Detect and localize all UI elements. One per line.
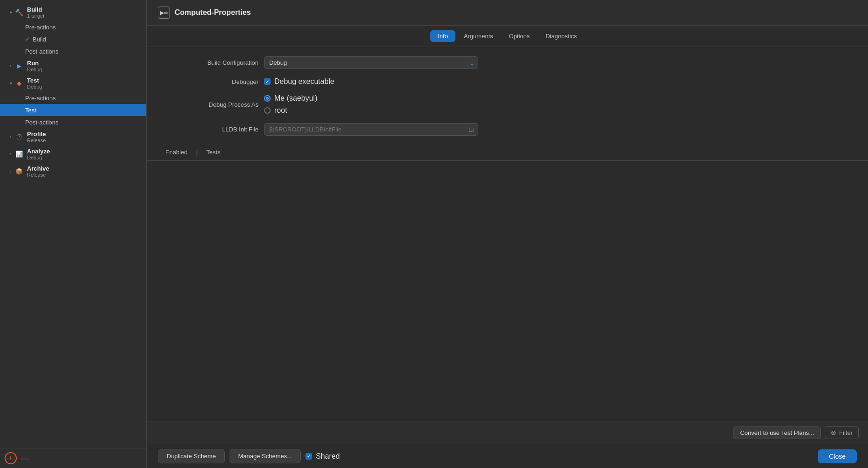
build-chevron-icon: ▾	[7, 10, 14, 15]
build-hammer-icon: 🔨	[14, 7, 24, 18]
build-config-select-wrapper: Debug Release ⌄	[264, 56, 478, 69]
lldb-input[interactable]	[264, 123, 478, 136]
sidebar-item-test[interactable]: ▾ ◆ Test Debug	[0, 75, 146, 92]
main-content: ▶═ Computed-Properties Info Arguments Op…	[147, 0, 868, 468]
radio-root[interactable]	[264, 107, 271, 114]
build-pre-label: Pre-actions	[25, 24, 56, 31]
sidebar-item-archive[interactable]: › 📦 Archive Release	[0, 163, 146, 180]
debugger-row: Debugger Debug executable	[165, 77, 849, 86]
inner-tabs: Enabled | Tests	[147, 145, 868, 161]
test-subtitle: Debug	[27, 84, 42, 89]
app-container: ▾ 🔨 Build 1 target Pre-actions ✓ Build P…	[0, 0, 868, 468]
build-config-row: Build Configuration Debug Release ⌄	[165, 56, 849, 69]
shared-row: Shared	[305, 452, 340, 461]
filter-label: Filter	[839, 429, 853, 436]
build-title: Build	[27, 6, 44, 13]
bottom-toolbar: Convert to use Test Plans... ⊜ Filter	[147, 421, 868, 444]
analyze-title: Analyze	[27, 148, 50, 155]
build-config-control: Debug Release ⌄	[264, 56, 497, 69]
debug-process-group: Me (saebyul) root	[264, 94, 317, 115]
analyze-chevron-icon: ›	[7, 151, 14, 157]
radio-me-label: Me (saebyul)	[274, 94, 317, 103]
footer: Duplicate Scheme Manage Schemes... Share…	[147, 444, 868, 468]
tab-options[interactable]: Options	[502, 30, 537, 42]
lldb-row: LLDB Init File 🗂	[165, 123, 849, 136]
debug-process-me-row: Me (saebyul)	[264, 94, 317, 103]
sidebar-subitem-test-post[interactable]: Post-actions	[0, 116, 146, 128]
sidebar-subitem-test-pre[interactable]: Pre-actions	[0, 92, 146, 104]
sidebar-subitem-build-main[interactable]: ✓ Build	[0, 33, 146, 45]
sidebar-subitem-build-post[interactable]: Post-actions	[0, 45, 146, 57]
sidebar-item-analyze[interactable]: › 📊 Analyze Debug	[0, 145, 146, 163]
profile-clock-icon: ⏱	[14, 132, 24, 142]
tab-diagnostics[interactable]: Diagnostics	[538, 30, 584, 42]
main-header: ▶═ Computed-Properties	[147, 0, 868, 26]
archive-chevron-icon: ›	[7, 169, 14, 174]
add-scheme-button[interactable]: +	[5, 452, 17, 464]
test-main-label: Test	[25, 107, 36, 114]
tabs-row: Info Arguments Options Diagnostics	[147, 26, 868, 47]
inner-tab-enabled[interactable]: Enabled	[158, 145, 195, 160]
test-post-label: Post-actions	[25, 119, 59, 126]
analyze-chart-icon: 📊	[14, 149, 24, 159]
sidebar-item-build[interactable]: ▾ 🔨 Build 1 target	[0, 4, 146, 21]
run-play-icon: ▶	[14, 61, 24, 71]
run-title: Run	[27, 60, 42, 67]
test-title: Test	[27, 77, 42, 84]
tab-arguments[interactable]: Arguments	[456, 30, 501, 42]
filter-button[interactable]: ⊜ Filter	[825, 426, 859, 439]
build-subtitle: 1 target	[27, 13, 44, 19]
run-chevron-icon: ›	[7, 63, 14, 69]
main-title: Computed-Properties	[175, 8, 251, 17]
sidebar-subitem-build-pre[interactable]: Pre-actions	[0, 21, 146, 33]
shared-label: Shared	[316, 452, 340, 461]
build-config-select[interactable]: Debug Release	[264, 56, 478, 69]
sidebar: ▾ 🔨 Build 1 target Pre-actions ✓ Build P…	[0, 0, 147, 468]
debugger-checkbox[interactable]	[264, 78, 271, 85]
test-diamond-icon: ◆	[14, 78, 24, 89]
duplicate-scheme-button[interactable]: Duplicate Scheme	[158, 449, 225, 463]
build-post-label: Post-actions	[25, 48, 59, 55]
inner-tab-tests[interactable]: Tests	[199, 145, 228, 160]
build-config-label: Build Configuration	[165, 59, 258, 66]
debug-process-row: Debug Process As Me (saebyul) root	[165, 94, 849, 115]
profile-chevron-icon: ›	[7, 134, 14, 139]
build-main-label: Build	[33, 36, 46, 43]
debugger-checkbox-label: Debug executable	[274, 77, 334, 86]
remove-scheme-button[interactable]: —	[19, 454, 31, 462]
filter-icon: ⊜	[831, 429, 836, 436]
debug-process-label: Debug Process As	[165, 101, 258, 108]
scheme-icon: ▶═	[158, 7, 170, 19]
scheme-icon-symbol: ▶═	[160, 10, 168, 16]
close-button[interactable]: Close	[818, 449, 857, 463]
shared-checkbox[interactable]	[305, 453, 312, 460]
debug-process-root-row: root	[264, 106, 317, 115]
sidebar-subitem-test-main[interactable]: Test	[0, 104, 146, 116]
content-area	[147, 161, 868, 421]
sidebar-bottom: + —	[0, 448, 146, 468]
radio-me[interactable]	[264, 95, 271, 102]
build-check-icon: ✓	[25, 36, 30, 42]
lldb-label: LLDB Init File	[165, 126, 258, 133]
convert-button[interactable]: Convert to use Test Plans...	[733, 427, 821, 439]
tab-info[interactable]: Info	[430, 30, 455, 42]
sidebar-item-profile[interactable]: › ⏱ Profile Release	[0, 128, 146, 145]
analyze-subtitle: Debug	[27, 155, 50, 160]
archive-title: Archive	[27, 165, 49, 172]
debugger-label: Debugger	[165, 78, 258, 85]
lldb-input-wrapper: 🗂	[264, 123, 478, 136]
run-subtitle: Debug	[27, 67, 42, 72]
test-pre-label: Pre-actions	[25, 95, 56, 102]
profile-title: Profile	[27, 131, 46, 138]
test-chevron-icon: ▾	[7, 81, 14, 86]
manage-schemes-button[interactable]: Manage Schemes...	[230, 449, 301, 463]
sidebar-item-run[interactable]: › ▶ Run Debug	[0, 57, 146, 75]
inner-tab-divider: |	[196, 149, 198, 157]
radio-root-label: root	[274, 106, 287, 115]
debugger-checkbox-row: Debug executable	[264, 77, 334, 86]
profile-subtitle: Release	[27, 138, 46, 143]
form-area: Build Configuration Debug Release ⌄ Debu…	[147, 47, 868, 145]
lldb-folder-button[interactable]: 🗂	[466, 125, 476, 134]
archive-subtitle: Release	[27, 172, 49, 178]
archive-box-icon: 📦	[14, 166, 24, 177]
